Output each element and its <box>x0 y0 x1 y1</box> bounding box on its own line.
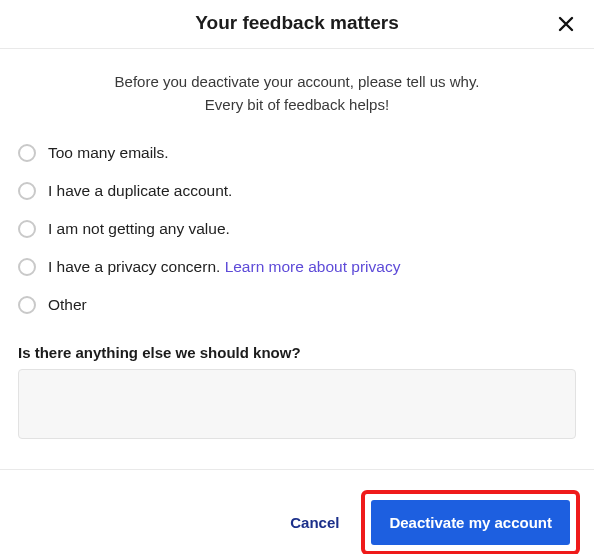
option-label: I have a privacy concern. Learn more abo… <box>48 258 400 276</box>
modal-title: Your feedback matters <box>195 12 398 34</box>
reason-options: Too many emails. I have a duplicate acco… <box>18 144 576 314</box>
deactivate-button[interactable]: Deactivate my account <box>371 500 570 545</box>
freeform-prompt: Is there anything else we should know? <box>18 344 576 361</box>
modal-header: Your feedback matters <box>0 0 594 49</box>
option-privacy-concern[interactable]: I have a privacy concern. Learn more abo… <box>18 258 576 276</box>
radio-icon <box>18 220 36 238</box>
radio-icon <box>18 296 36 314</box>
privacy-link[interactable]: Learn more about privacy <box>225 258 401 275</box>
subtitle-line2: Every bit of feedback helps! <box>205 96 389 113</box>
option-too-many-emails[interactable]: Too many emails. <box>18 144 576 162</box>
subtitle-line1: Before you deactivate your account, plea… <box>115 73 480 90</box>
subtitle: Before you deactivate your account, plea… <box>18 71 576 116</box>
option-label: Other <box>48 296 87 314</box>
option-label: Too many emails. <box>48 144 169 162</box>
cancel-button[interactable]: Cancel <box>282 502 347 543</box>
freeform-textarea[interactable] <box>18 369 576 439</box>
option-other[interactable]: Other <box>18 296 576 314</box>
option-label: I am not getting any value. <box>48 220 230 238</box>
close-icon[interactable] <box>556 14 576 34</box>
radio-icon <box>18 258 36 276</box>
radio-icon <box>18 144 36 162</box>
radio-icon <box>18 182 36 200</box>
modal-body: Before you deactivate your account, plea… <box>0 49 594 451</box>
option-no-value[interactable]: I am not getting any value. <box>18 220 576 238</box>
option-duplicate-account[interactable]: I have a duplicate account. <box>18 182 576 200</box>
modal-footer: Cancel Deactivate my account <box>0 469 594 554</box>
option-label: I have a duplicate account. <box>48 182 232 200</box>
highlight-box: Deactivate my account <box>361 490 580 554</box>
feedback-modal: Your feedback matters Before you deactiv… <box>0 0 594 554</box>
